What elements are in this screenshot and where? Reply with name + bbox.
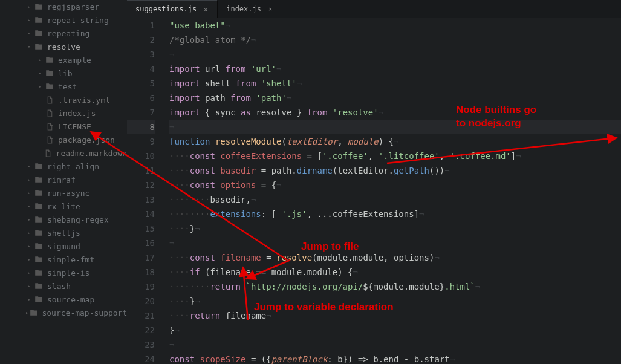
folder-icon: [34, 268, 44, 277]
folder-right-align[interactable]: ▸right-align: [0, 160, 127, 173]
code-line[interactable]: import url from 'url'¬: [169, 62, 621, 76]
code-line[interactable]: ····const options = {¬: [169, 178, 621, 192]
folder-rx-lite[interactable]: ▸rx-lite: [0, 200, 127, 213]
code-line[interactable]: import { sync as resolve } from 'resolve…: [169, 105, 621, 120]
tree-item-label: shelljs: [47, 229, 80, 238]
chevron-right-icon: ▸: [25, 177, 33, 183]
text-editor[interactable]: 123456789101112131415161718192021222324 …: [127, 18, 621, 364]
code-line[interactable]: function resolveModule(textEditor, modul…: [169, 134, 621, 149]
chevron-right-icon: ▸: [36, 83, 44, 89]
folder-icon: [45, 69, 54, 77]
tree-item-label: source-map: [47, 295, 94, 304]
file-index-js[interactable]: index.js: [0, 106, 127, 120]
tree-item-label: package.json: [58, 135, 115, 145]
folder-icon: [34, 42, 44, 51]
tab-index-js[interactable]: index.js✕: [218, 0, 282, 18]
folder-simple-is[interactable]: ▸simple-is: [0, 266, 127, 279]
line-number: 23: [127, 337, 155, 352]
folder-icon: [34, 189, 44, 197]
code-line[interactable]: ¬: [169, 120, 621, 134]
folder-lib[interactable]: ▸lib: [0, 67, 127, 80]
code-line[interactable]: ····}¬: [169, 294, 621, 308]
code-line[interactable]: }¬: [169, 323, 621, 337]
line-number: 15: [127, 221, 155, 236]
folder-shebang-regex[interactable]: ▸shebang-regex: [0, 213, 127, 226]
file-readme-markdown[interactable]: readme.markdown: [0, 146, 127, 160]
line-number: 18: [127, 265, 155, 279]
tree-item-label: rimraf: [47, 175, 76, 184]
chevron-right-icon: ▸: [25, 243, 33, 249]
chevron-down-icon: ▾: [25, 44, 33, 50]
code-area[interactable]: "use babel"¬/*global atom */¬¬import url…: [163, 18, 621, 364]
code-line[interactable]: ········basedir,¬: [169, 192, 621, 207]
folder-shelljs[interactable]: ▸shelljs: [0, 226, 127, 239]
line-number: 10: [127, 149, 155, 163]
code-line[interactable]: const scopeSize = ({parentBlock: b}) => …: [169, 352, 621, 364]
folder-rimraf[interactable]: ▸rimraf: [0, 173, 127, 186]
code-line[interactable]: ····const coffeeExtensions = ['.coffee',…: [169, 149, 621, 163]
line-number: 6: [127, 91, 155, 105]
folder-icon: [34, 175, 44, 184]
code-line[interactable]: import path from 'path'¬: [169, 91, 621, 105]
folder-icon: [45, 56, 54, 64]
chevron-right-icon: ▸: [25, 163, 33, 169]
folder-icon: [34, 282, 44, 290]
folder-icon: [34, 29, 44, 37]
chevron-right-icon: ▸: [25, 310, 28, 316]
line-number: 13: [127, 192, 155, 207]
folder-source-map[interactable]: ▸source-map: [0, 293, 127, 306]
tree-item-label: repeat-string: [47, 16, 109, 25]
chevron-right-icon: ▸: [36, 57, 44, 63]
folder-example[interactable]: ▸example: [0, 53, 127, 67]
code-line[interactable]: ········return `http://nodejs.org/api/${…: [169, 279, 621, 294]
code-line[interactable]: ········extensions: [ '.js', ...coffeeEx…: [169, 207, 621, 221]
code-line[interactable]: ····if (filename == module.module) {¬: [169, 265, 621, 279]
line-number: 1: [127, 18, 155, 33]
code-line[interactable]: ····const basedir = path.dirname(textEdi…: [169, 163, 621, 178]
close-icon[interactable]: ✕: [203, 6, 209, 13]
line-number: 19: [127, 279, 155, 294]
code-line[interactable]: ¬: [169, 47, 621, 62]
folder-test[interactable]: ▸test: [0, 80, 127, 93]
code-line[interactable]: "use babel"¬: [169, 18, 621, 33]
line-number: 7: [127, 105, 155, 120]
code-line[interactable]: /*global atom */¬: [169, 33, 621, 47]
tree-item-label: slash: [47, 282, 71, 291]
tab-suggestions-js[interactable]: suggestions.js✕: [127, 0, 218, 18]
folder-resolve[interactable]: ▾resolve: [0, 40, 127, 53]
folder-repeat-string[interactable]: ▸repeat-string: [0, 13, 127, 27]
code-line[interactable]: ¬: [169, 337, 621, 352]
file-icon: [45, 123, 54, 131]
code-line[interactable]: ····return filename¬: [169, 308, 621, 323]
tree-item-label: resolve: [47, 42, 80, 51]
line-number: 12: [127, 178, 155, 192]
line-number: 14: [127, 207, 155, 221]
code-line[interactable]: ¬: [169, 236, 621, 250]
tree-item-label: repeating: [47, 29, 89, 38]
folder-source-map-support[interactable]: ▸source-map-support: [0, 306, 127, 319]
line-number: 9: [127, 134, 155, 149]
folder-regjsparser[interactable]: ▸regjsparser: [0, 0, 127, 13]
folder-slash[interactable]: ▸slash: [0, 279, 127, 293]
code-line[interactable]: import shell from 'shell'¬: [169, 76, 621, 91]
line-number: 16: [127, 236, 155, 250]
tree-item-label: lib: [58, 69, 72, 78]
tree-item-label: test: [58, 82, 77, 91]
file-package-json[interactable]: package.json: [0, 133, 127, 146]
file-icon: [45, 109, 54, 117]
folder-sigmund[interactable]: ▸sigmund: [0, 239, 127, 253]
folder-run-async[interactable]: ▸run-async: [0, 186, 127, 200]
file--travis-yml[interactable]: .travis.yml: [0, 93, 127, 106]
close-icon[interactable]: ✕: [267, 5, 273, 12]
file-tree[interactable]: ▸regjsparser▸repeat-string▸repeating▾res…: [0, 0, 127, 364]
code-line[interactable]: ····}¬: [169, 221, 621, 236]
folder-simple-fmt[interactable]: ▸simple-fmt: [0, 253, 127, 266]
tree-item-label: right-align: [47, 162, 99, 171]
tree-item-label: example: [58, 56, 91, 65]
file-LICENSE[interactable]: LICENSE: [0, 120, 127, 133]
code-line[interactable]: ····const filename = resolve(module.modu…: [169, 250, 621, 265]
line-number: 8: [127, 120, 155, 134]
folder-repeating[interactable]: ▸repeating: [0, 27, 127, 40]
tree-item-label: LICENSE: [58, 122, 91, 131]
folder-icon: [34, 162, 44, 171]
